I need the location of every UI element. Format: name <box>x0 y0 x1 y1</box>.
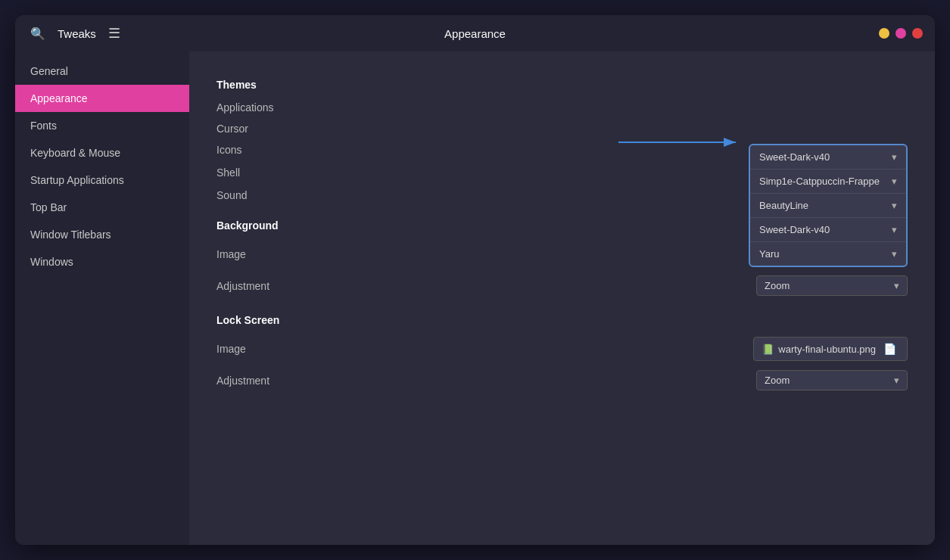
themes-section-title: Themes <box>216 79 908 91</box>
cursor-label: Cursor <box>216 123 908 135</box>
applications-dropdown-popup[interactable]: Sweet-Dark-v40 ▾ Simp1e-Catppuccin-Frapp… <box>749 144 908 267</box>
sidebar: General Appearance Fonts Keyboard & Mous… <box>15 51 189 545</box>
dropdown-option-sweet-dark-2[interactable]: Sweet-Dark-v40 ▾ <box>750 218 906 242</box>
chevron-icon-5: ▾ <box>892 248 897 260</box>
background-adjustment-chevron: ▾ <box>894 280 899 291</box>
sidebar-item-keyboard-mouse[interactable]: Keyboard & Mouse <box>15 139 189 166</box>
app-title: Tweaks <box>58 27 96 40</box>
sidebar-item-startup-applications[interactable]: Startup Applications <box>15 166 189 194</box>
sidebar-item-windows[interactable]: Windows <box>15 248 189 275</box>
sidebar-item-fonts[interactable]: Fonts <box>15 112 189 139</box>
chevron-icon-3: ▾ <box>892 200 897 211</box>
lock-screen-section: Lock Screen Image 📗 warty-final-ubuntu.p… <box>216 314 908 390</box>
background-adjustment-label: Adjustment <box>216 280 756 292</box>
cursor-row: Cursor <box>216 123 908 135</box>
lock-screen-image-open-button[interactable]: 📄 <box>880 341 899 356</box>
lock-screen-image-row: Image 📗 warty-final-ubuntu.png 📄 <box>216 337 908 361</box>
sidebar-item-window-titlebars[interactable]: Window Titlebars <box>15 221 189 248</box>
lock-screen-image-label: Image <box>216 343 753 355</box>
menu-button[interactable]: ☰ <box>105 22 123 45</box>
lock-screen-image-filename: warty-final-ubuntu.png <box>778 344 876 355</box>
applications-label: Applications <box>216 101 908 114</box>
lock-screen-image-value: 📗 warty-final-ubuntu.png 📄 <box>753 337 908 361</box>
chevron-icon-4: ▾ <box>892 224 897 235</box>
lock-screen-adjustment-label: Adjustment <box>216 375 756 387</box>
sidebar-item-appearance[interactable]: Appearance <box>15 85 189 112</box>
window-controls <box>879 28 923 39</box>
close-button[interactable] <box>912 28 923 39</box>
chevron-icon: ▾ <box>892 151 897 163</box>
sidebar-item-top-bar[interactable]: Top Bar <box>15 194 189 221</box>
dropdown-option-simp1e[interactable]: Simp1e-Catppuccin-Frappe ▾ <box>750 170 906 194</box>
chevron-icon-2: ▾ <box>892 176 897 187</box>
lock-screen-adjustment-value: Zoom <box>765 375 790 386</box>
sidebar-item-general[interactable]: General <box>15 58 189 85</box>
background-image-label: Image <box>216 248 753 260</box>
lock-screen-section-title: Lock Screen <box>216 314 908 326</box>
titlebar-center-title: Appearance <box>444 27 506 40</box>
minimize-button[interactable] <box>879 28 889 39</box>
content-area: Themes Applications Cursor Icons Shell <box>189 51 935 545</box>
lock-screen-adjustment-dropdown[interactable]: Zoom ▾ <box>756 370 908 390</box>
dropdown-option-beautyline[interactable]: BeautyLine ▾ <box>750 194 906 218</box>
lock-screen-adjustment-row: Adjustment Zoom ▾ <box>216 370 908 390</box>
background-adjustment-dropdown[interactable]: Zoom ▾ <box>756 275 908 296</box>
background-adjustment-row: Adjustment Zoom ▾ <box>216 275 908 296</box>
dropdown-option-yaru[interactable]: Yaru ▾ <box>750 242 906 266</box>
main-window: 🔍 Tweaks ☰ Appearance General Appearance… <box>15 15 935 545</box>
titlebar-left: 🔍 Tweaks ☰ <box>27 22 123 45</box>
titlebar: 🔍 Tweaks ☰ Appearance <box>15 15 935 51</box>
maximize-button[interactable] <box>895 28 906 39</box>
lock-file-icon-green: 📗 <box>762 344 774 355</box>
search-button[interactable]: 🔍 <box>27 23 48 44</box>
applications-row: Applications <box>216 101 908 114</box>
lock-screen-adjustment-chevron: ▾ <box>894 375 899 386</box>
arrow-annotation <box>618 133 747 151</box>
main-area: General Appearance Fonts Keyboard & Mous… <box>15 51 935 545</box>
background-adjustment-value: Zoom <box>765 280 790 291</box>
dropdown-option-sweet-dark-1[interactable]: Sweet-Dark-v40 ▾ <box>750 145 906 170</box>
